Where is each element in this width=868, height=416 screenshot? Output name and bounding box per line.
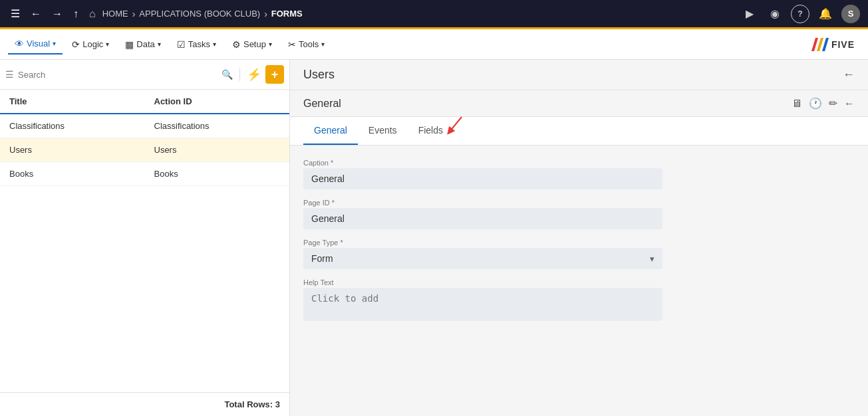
notification-bell[interactable]: 🔔 (816, 5, 835, 23)
main-layout: ☰ 🔍 ⚡ + Title Action ID Classifications … (0, 60, 868, 416)
lightning-icon[interactable]: ⚡ (247, 67, 261, 82)
section-header: General 🖥 🕐 ✏ ← (290, 90, 868, 117)
menu-icon[interactable]: ☰ (8, 5, 23, 23)
setup-icon: ⚙ (232, 39, 241, 50)
play-button[interactable]: ▶ (740, 5, 759, 23)
data-icon: ▦ (125, 39, 134, 50)
back-icon[interactable]: ← (28, 5, 44, 23)
eye-icon: 👁 (15, 39, 24, 49)
row-title: Users (0, 138, 145, 162)
page-type-label: Page Type * (303, 239, 855, 247)
section-icons: 🖥 🕐 ✏ ← (792, 97, 855, 110)
tab-fields[interactable]: Fields (408, 117, 454, 145)
help-text-label: Help Text (303, 278, 855, 286)
help-text-field: Help Text (303, 278, 855, 323)
up-icon[interactable]: ↑ (71, 5, 81, 23)
five-logo-icon (811, 38, 830, 51)
svg-marker-2 (822, 38, 829, 51)
breadcrumb-forms[interactable]: FORMS (271, 9, 303, 19)
svg-line-4 (450, 117, 462, 132)
five-logo: FIVE (811, 38, 855, 51)
red-arrow-annotation (443, 116, 463, 136)
search-bar: ☰ 🔍 ⚡ + (0, 60, 289, 90)
page-id-input[interactable] (303, 208, 662, 229)
items-table: Title Action ID Classifications Classifi… (0, 90, 289, 392)
toolbar-setup[interactable]: ⚙ Setup ▾ (225, 35, 279, 54)
content-tabs: General Events Fields (290, 117, 868, 146)
tasks-icon: ☑ (177, 39, 186, 50)
edit-icon[interactable]: ✏ (829, 97, 837, 110)
caption-input[interactable] (303, 168, 662, 189)
section-title: General (303, 98, 792, 110)
table-footer: Total Rows: 3 (0, 392, 289, 416)
column-action-id: Action ID (145, 90, 290, 114)
right-header-title: Users (303, 68, 843, 82)
tools-icon: ✂ (288, 39, 296, 50)
page-id-label: Page ID * (303, 199, 855, 207)
clock-icon[interactable]: 🕐 (809, 97, 822, 110)
breadcrumb-home[interactable]: HOME (102, 9, 128, 19)
toolbar-logic[interactable]: ⟳ Logic ▾ (65, 35, 116, 54)
filter-icon[interactable]: ☰ (5, 69, 14, 80)
back-icon[interactable]: ← (844, 98, 855, 110)
divider (239, 68, 240, 81)
right-header: Users ← (290, 60, 868, 90)
page-type-field: Page Type * Form List Detail ▾ (303, 239, 855, 269)
caption-label: Caption * (303, 159, 855, 167)
page-id-field: Page ID * (303, 199, 855, 229)
search-button[interactable]: ◉ (766, 5, 784, 23)
tab-general[interactable]: General (303, 117, 358, 145)
user-avatar[interactable]: S (841, 5, 860, 23)
toolbar-tools[interactable]: ✂ Tools ▾ (281, 35, 331, 54)
table-row[interactable]: Users Users (0, 138, 289, 162)
right-panel: Users ← General 🖥 🕐 ✏ ← General Events F… (290, 60, 868, 416)
left-panel: ☰ 🔍 ⚡ + Title Action ID Classifications … (0, 60, 290, 416)
row-action-id: Books (145, 162, 290, 186)
svg-marker-0 (811, 38, 818, 51)
caption-field: Caption * (303, 159, 855, 189)
forward-icon[interactable]: → (49, 5, 65, 23)
right-header-back-icon[interactable]: ← (843, 68, 855, 82)
search-icon[interactable]: 🔍 (221, 69, 233, 80)
breadcrumb: ⌂ HOME › APPLICATIONS (BOOK CLUB) › FORM… (86, 5, 303, 23)
column-title: Title (0, 90, 145, 114)
toolbar-tasks[interactable]: ☑ Tasks ▾ (170, 35, 223, 54)
help-text-input[interactable] (303, 288, 662, 321)
breadcrumb-app[interactable]: APPLICATIONS (BOOK CLUB) (139, 9, 260, 19)
logic-icon: ⟳ (72, 39, 80, 50)
svg-marker-1 (817, 38, 823, 51)
toolbar-visual[interactable]: 👁 Visual ▾ (8, 35, 63, 54)
page-type-select-wrapper: Form List Detail ▾ (303, 248, 662, 269)
row-action-id: Classifications (145, 114, 290, 138)
row-title: Books (0, 162, 145, 186)
table-row[interactable]: Classifications Classifications (0, 114, 289, 138)
page-type-select[interactable]: Form List Detail (303, 248, 662, 269)
help-button[interactable]: ? (791, 5, 809, 23)
five-logo-text: FIVE (831, 39, 855, 50)
row-title: Classifications (0, 114, 145, 138)
main-toolbar: 👁 Visual ▾ ⟳ Logic ▾ ▦ Data ▾ ☑ Tasks ▾ … (0, 29, 868, 60)
form-area: Caption * Page ID * Page Type * Form Lis… (290, 146, 868, 416)
row-action-id: Users (145, 138, 290, 162)
add-button[interactable]: + (265, 65, 284, 84)
search-input[interactable] (18, 70, 217, 80)
toolbar-data[interactable]: ▦ Data ▾ (118, 35, 167, 54)
nav-left: ☰ ← → ↑ ⌂ HOME › APPLICATIONS (BOOK CLUB… (8, 5, 735, 23)
top-navigation: ☰ ← → ↑ ⌂ HOME › APPLICATIONS (BOOK CLUB… (0, 0, 868, 29)
home-icon: ⌂ (86, 5, 98, 23)
table-row[interactable]: Books Books (0, 162, 289, 186)
monitor-icon[interactable]: 🖥 (792, 98, 802, 110)
nav-right: ▶ ◉ ? 🔔 S (740, 5, 860, 23)
tab-events[interactable]: Events (358, 117, 408, 145)
